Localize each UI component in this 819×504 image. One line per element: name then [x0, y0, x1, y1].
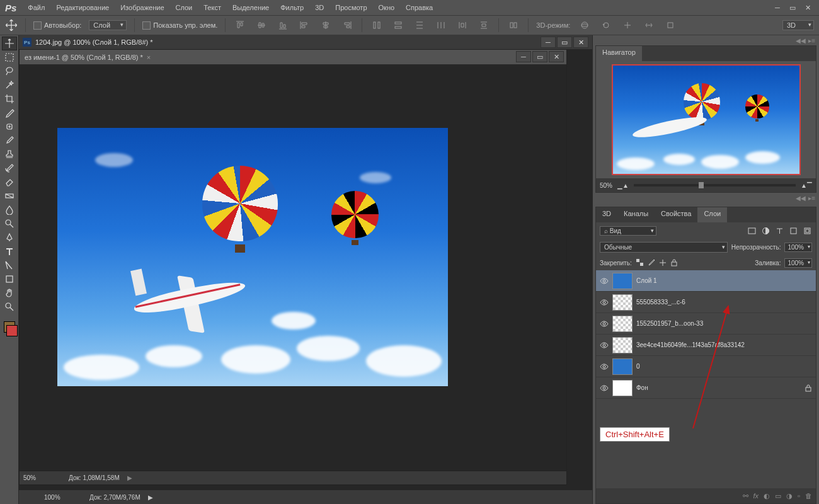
zoom-in-icon[interactable]: ▲▔: [801, 182, 812, 189]
lock-all-icon[interactable]: [670, 258, 679, 267]
panel-collapse-icon-2[interactable]: ◀◀: [796, 195, 806, 202]
brush-tool[interactable]: [2, 134, 17, 147]
align-hcenter-icon[interactable]: [319, 18, 333, 32]
tab-channels[interactable]: Каналы: [617, 207, 655, 222]
tab-properties[interactable]: Свойства: [655, 207, 697, 222]
autoselect-type-select[interactable]: Слой: [89, 20, 127, 30]
bg-info-arrow-icon[interactable]: ▶: [148, 494, 153, 501]
distribute-4-icon[interactable]: [434, 18, 448, 32]
navigator-tab[interactable]: Навигатор: [596, 46, 642, 61]
stamp-tool[interactable]: [2, 147, 17, 161]
visibility-eye-icon[interactable]: [600, 319, 609, 328]
filter-shape-icon[interactable]: [788, 226, 798, 236]
heal-tool[interactable]: [2, 120, 17, 134]
zoom-tool[interactable]: [2, 300, 17, 314]
panel-menu-icon[interactable]: ▸≡: [808, 37, 815, 44]
fg-minimize-icon[interactable]: ─: [516, 51, 531, 62]
navigator-zoom-value[interactable]: 50%: [600, 182, 612, 189]
shape-tool[interactable]: [2, 272, 17, 286]
layer-name[interactable]: Слой 1: [636, 277, 657, 284]
menu-text[interactable]: Текст: [198, 3, 226, 13]
3d-mode-select[interactable]: 3D: [782, 20, 814, 30]
distribute-2-icon[interactable]: [391, 18, 405, 32]
layer-thumbnail[interactable]: [612, 380, 633, 396]
crop-tool[interactable]: [2, 92, 17, 106]
3d-pan-icon[interactable]: [621, 18, 634, 32]
layer-row[interactable]: Слой 1: [596, 270, 816, 292]
filter-adjust-icon[interactable]: [760, 226, 770, 236]
new-layer-icon[interactable]: ▫: [798, 492, 800, 500]
move-tool[interactable]: [2, 37, 17, 50]
marquee-tool[interactable]: [2, 50, 17, 64]
align-vcenter-icon[interactable]: [255, 18, 268, 32]
blend-mode-select[interactable]: Обычные: [600, 242, 728, 253]
menu-filter[interactable]: Фильтр: [275, 3, 309, 13]
lock-transparency-icon[interactable]: [636, 258, 644, 267]
layer-thumbnail[interactable]: [612, 316, 633, 332]
tab-layers[interactable]: Слои: [697, 207, 727, 222]
fg-info-arrow-icon[interactable]: ▶: [127, 474, 132, 481]
menu-view[interactable]: Просмотр: [330, 3, 372, 13]
distribute-1-icon[interactable]: [370, 18, 384, 32]
fill-input[interactable]: 100%: [784, 258, 812, 268]
visibility-eye-icon[interactable]: [600, 362, 609, 371]
maximize-icon[interactable]: ▭: [786, 3, 799, 13]
3d-slide-icon[interactable]: [642, 18, 656, 32]
layer-row[interactable]: 555058333_...c-6: [596, 292, 816, 313]
distribute-5-icon[interactable]: [455, 18, 469, 32]
filter-type-icon[interactable]: [774, 226, 784, 236]
layer-thumbnail[interactable]: [612, 358, 633, 375]
new-adjustment-icon[interactable]: ◑: [786, 492, 793, 500]
fg-maximize-icon[interactable]: ▭: [532, 51, 547, 62]
menu-select[interactable]: Выделение: [227, 3, 274, 13]
align-top-icon[interactable]: [233, 18, 247, 32]
dodge-tool[interactable]: [2, 217, 17, 231]
align-bottom-icon[interactable]: [276, 18, 290, 32]
lock-position-icon[interactable]: [658, 258, 667, 267]
layer-row[interactable]: 1552501957_b...oon-33: [596, 313, 816, 335]
autoselect-checkbox[interactable]: Автовыбор:: [33, 21, 81, 30]
fg-zoom-value[interactable]: 50%: [23, 474, 61, 481]
visibility-eye-icon[interactable]: [600, 384, 609, 392]
layer-thumbnail[interactable]: [612, 294, 633, 311]
background-swatch[interactable]: [6, 325, 18, 336]
3d-orbit-icon[interactable]: [578, 18, 592, 32]
tab-close-icon[interactable]: ×: [147, 54, 151, 61]
visibility-eye-icon[interactable]: [600, 277, 609, 285]
layer-name[interactable]: 0: [636, 363, 640, 370]
fg-close-icon[interactable]: ✕: [549, 51, 564, 62]
layer-filter-select[interactable]: ⌕ Вид: [600, 226, 656, 236]
navigator-zoom-slider[interactable]: [634, 184, 796, 186]
menu-help[interactable]: Справка: [401, 3, 438, 13]
history-brush-tool[interactable]: [2, 161, 17, 175]
visibility-eye-icon[interactable]: [600, 298, 609, 307]
bg-minimize-icon[interactable]: ─: [541, 37, 556, 48]
panel-menu-icon-2[interactable]: ▸≡: [808, 195, 815, 202]
layer-thumbnail[interactable]: [612, 337, 633, 353]
bg-document-tab[interactable]: Ps 1204.jpg @ 100% (Слой 1, RGB/8#) * ─ …: [19, 35, 592, 49]
pen-tool[interactable]: [2, 231, 17, 244]
menu-edit[interactable]: Редактирование: [51, 3, 114, 13]
minimize-icon[interactable]: ─: [771, 3, 784, 13]
fx-icon[interactable]: fx: [753, 492, 759, 500]
bg-close-icon[interactable]: ✕: [573, 37, 588, 48]
eraser-tool[interactable]: [2, 175, 17, 189]
visibility-eye-icon[interactable]: [600, 341, 609, 350]
layer-name[interactable]: 3ee4ce41b6049fe...1f43a57af8a33142: [636, 341, 745, 348]
layer-name[interactable]: 555058333_...c-6: [636, 299, 685, 306]
zoom-out-icon[interactable]: ▁▲: [617, 182, 629, 189]
layer-name[interactable]: 1552501957_b...oon-33: [636, 320, 703, 327]
auto-align-icon[interactable]: [507, 18, 520, 32]
lasso-tool[interactable]: [2, 64, 17, 78]
opacity-input[interactable]: 100%: [784, 243, 812, 252]
align-left-icon[interactable]: [297, 18, 311, 32]
menu-window[interactable]: Окно: [374, 3, 400, 13]
bg-zoom-value[interactable]: 100%: [44, 494, 82, 501]
layer-row[interactable]: Фон: [596, 377, 816, 399]
gradient-tool[interactable]: [2, 189, 17, 203]
path-tool[interactable]: [2, 258, 17, 272]
blur-tool[interactable]: [2, 203, 17, 217]
layer-row[interactable]: 3ee4ce41b6049fe...1f43a57af8a33142: [596, 335, 816, 356]
canvas[interactable]: [20, 65, 566, 471]
layer-name[interactable]: Фон: [636, 384, 648, 391]
